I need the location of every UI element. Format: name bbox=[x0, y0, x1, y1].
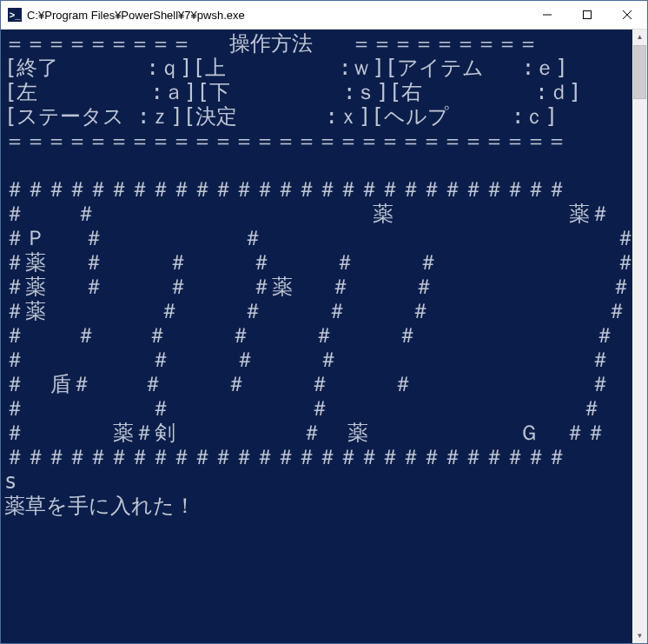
vertical-scrollbar[interactable]: ▲ ▼ bbox=[632, 30, 647, 643]
map-row: ＃ 薬＃剣 ＃ 薬 Ｇ ＃＃ bbox=[4, 421, 606, 445]
titlebar[interactable]: >_ C:¥Program Files¥PowerShell¥7¥pwsh.ex… bbox=[1, 1, 647, 30]
minimize-button[interactable] bbox=[527, 1, 567, 29]
map-row: ＃ ＃ 薬 薬＃ bbox=[4, 202, 611, 226]
map-row: ＃ 盾＃ ＃ ＃ ＃ ＃ ＃ bbox=[4, 372, 611, 396]
map-row: ＃＃＃＃＃＃＃＃＃＃＃＃＃＃＃＃＃＃＃＃＃＃＃＃＃＃＃ bbox=[4, 177, 567, 202]
controls-divider: ＝＝＝＝＝＝＝＝＝ 操作方法 ＝＝＝＝＝＝＝＝＝ bbox=[4, 31, 539, 56]
svg-rect-1 bbox=[584, 11, 592, 19]
map-row: ＃薬 ＃ ＃ ＃ ＃ ＃ ＃ bbox=[4, 250, 632, 275]
controls-row: [終了 :ｑ][上 :ｗ][アイテム :ｅ] bbox=[4, 56, 568, 80]
powershell-icon: >_ bbox=[8, 8, 22, 22]
content: ＝＝＝＝＝＝＝＝＝ 操作方法 ＝＝＝＝＝＝＝＝＝ [終了 :ｑ][上 :ｗ][ア… bbox=[1, 30, 647, 643]
controls-bottom-divider: ＝＝＝＝＝＝＝＝＝＝＝＝＝＝＝＝＝＝＝＝＝＝＝＝＝＝＝ bbox=[4, 129, 567, 153]
map-row: ＃Ｐ ＃ ＃ ＃ bbox=[4, 226, 632, 250]
map-row: ＃薬 ＃ ＃ ＃薬 ＃ ＃ ＃ bbox=[4, 275, 631, 299]
terminal-output[interactable]: ＝＝＝＝＝＝＝＝＝ 操作方法 ＝＝＝＝＝＝＝＝＝ [終了 :ｑ][上 :ｗ][ア… bbox=[1, 30, 632, 643]
controls-row: [左 :ａ][下 :ｓ][右 :ｄ] bbox=[4, 80, 581, 104]
map-row: ＃＃＃＃＃＃＃＃＃＃＃＃＃＃＃＃＃＃＃＃＃＃＃＃＃＃＃ bbox=[4, 445, 567, 469]
map-row: ＃薬 ＃ ＃ ＃ ＃ ＃ bbox=[4, 299, 627, 323]
map-row: ＃ ＃ ＃ ＃ ＃ ＃ ＃ bbox=[4, 323, 615, 348]
scroll-up-arrow[interactable]: ▲ bbox=[632, 30, 647, 44]
scroll-down-arrow[interactable]: ▼ bbox=[632, 628, 647, 643]
window-controls bbox=[527, 1, 647, 29]
log-input: s bbox=[4, 469, 17, 494]
window-title: C:¥Program Files¥PowerShell¥7¥pwsh.exe bbox=[27, 9, 527, 22]
controls-row: [ステータス :ｚ][決定 :ｘ][ヘルプ :ｃ] bbox=[4, 104, 558, 129]
map-row: ＃ ＃ ＃ ＃ ＃ bbox=[4, 348, 611, 372]
app-window: >_ C:¥Program Files¥PowerShell¥7¥pwsh.ex… bbox=[0, 0, 648, 644]
scroll-thumb[interactable] bbox=[633, 45, 646, 99]
map-row: ＃ ＃ ＃ ＃ bbox=[4, 396, 602, 421]
maximize-button[interactable] bbox=[567, 1, 607, 29]
close-button[interactable] bbox=[607, 1, 647, 29]
log-message: 薬草を手に入れた！ bbox=[4, 494, 195, 518]
